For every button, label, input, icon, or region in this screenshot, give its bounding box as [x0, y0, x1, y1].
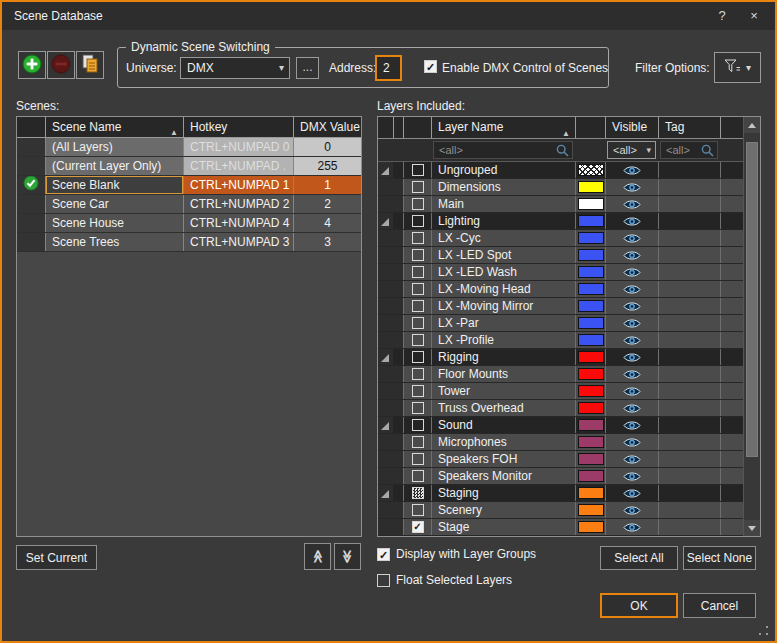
layer-tag-cell[interactable] — [658, 230, 720, 246]
scene-name-cell[interactable]: Scene Trees — [45, 233, 183, 251]
layer-checkbox[interactable]: ✓ — [412, 521, 424, 533]
visible-eye-icon[interactable] — [606, 366, 658, 380]
layer-row[interactable]: Staging — [378, 485, 743, 502]
layer-checkbox[interactable] — [412, 351, 424, 363]
visible-eye-icon[interactable] — [606, 196, 658, 210]
layer-tag-cell[interactable] — [658, 349, 720, 365]
layer-color-swatch[interactable] — [578, 351, 604, 363]
scene-hotkey-cell[interactable]: CTRL+NUMPAD . — [183, 157, 293, 175]
tree-expand-icon[interactable] — [381, 422, 389, 430]
layer-color-cell[interactable] — [575, 247, 605, 263]
layer-color-swatch[interactable] — [578, 300, 604, 312]
resize-grip[interactable] — [759, 626, 768, 635]
layer-visible-cell[interactable] — [605, 383, 658, 399]
layer-checkbox-cell[interactable] — [403, 502, 431, 518]
layer-name-cell[interactable]: Tower — [431, 383, 575, 399]
add-scene-button[interactable] — [18, 51, 46, 79]
layers-header-visible[interactable]: Visible — [605, 117, 658, 138]
move-up-button[interactable]: ≫ — [304, 543, 331, 570]
layer-checkbox[interactable] — [412, 215, 424, 227]
layer-checkbox-cell[interactable] — [403, 298, 431, 314]
layer-tag-cell[interactable] — [658, 213, 720, 229]
layer-checkbox[interactable] — [412, 419, 424, 431]
layer-row[interactable]: LX -Par — [378, 315, 743, 332]
layer-tag-cell[interactable] — [658, 264, 720, 280]
expand-cell[interactable] — [378, 162, 393, 178]
layer-checkbox[interactable] — [412, 164, 424, 176]
layer-name-cell[interactable]: Truss Overhead — [431, 400, 575, 416]
scene-hotkey-cell[interactable]: CTRL+NUMPAD 4 — [183, 214, 293, 232]
scene-hotkey-cell[interactable]: CTRL+NUMPAD 2 — [183, 195, 293, 213]
layer-color-cell[interactable] — [575, 196, 605, 212]
layer-visible-cell[interactable] — [605, 502, 658, 518]
visible-eye-icon[interactable] — [606, 179, 658, 193]
layer-checkbox-cell[interactable] — [403, 349, 431, 365]
layer-tag-cell[interactable] — [658, 196, 720, 212]
layer-color-cell[interactable] — [575, 519, 605, 535]
layer-name-cell[interactable]: Sound — [431, 417, 575, 433]
visible-eye-icon[interactable] — [606, 162, 658, 176]
layer-tag-cell[interactable] — [658, 383, 720, 399]
layer-tag-cell[interactable] — [658, 332, 720, 348]
layer-color-swatch[interactable] — [578, 368, 604, 380]
layer-color-swatch[interactable] — [578, 164, 604, 176]
duplicate-scene-button[interactable] — [76, 51, 104, 79]
layer-color-cell[interactable] — [575, 213, 605, 229]
layer-color-cell[interactable] — [575, 366, 605, 382]
layer-checkbox-cell[interactable] — [403, 281, 431, 297]
select-all-button[interactable]: Select All — [600, 546, 678, 570]
layer-checkbox-cell[interactable] — [403, 468, 431, 484]
layers-header-tag[interactable]: Tag — [658, 117, 720, 138]
layer-checkbox-cell[interactable]: ✓ — [403, 519, 431, 535]
layer-color-swatch[interactable] — [578, 198, 604, 210]
layer-checkbox-cell[interactable] — [403, 434, 431, 450]
scene-dmx-cell[interactable]: 0 — [293, 138, 361, 156]
layer-row[interactable]: LX -LED Spot — [378, 247, 743, 264]
scene-name-cell[interactable]: Scene Blank — [45, 176, 183, 194]
layer-checkbox-cell[interactable] — [403, 162, 431, 178]
tree-expand-icon[interactable] — [381, 490, 389, 498]
layer-checkbox[interactable] — [412, 181, 424, 193]
layer-visible-cell[interactable] — [605, 485, 658, 501]
layer-color-swatch[interactable] — [578, 504, 604, 516]
layer-row[interactable]: Ungrouped — [378, 162, 743, 179]
layer-visible-cell[interactable] — [605, 264, 658, 280]
layer-checkbox[interactable] — [412, 334, 424, 346]
visible-eye-icon[interactable] — [606, 332, 658, 346]
layer-checkbox-cell[interactable] — [403, 315, 431, 331]
layer-tag-cell[interactable] — [658, 315, 720, 331]
tree-expand-icon[interactable] — [381, 167, 389, 175]
layer-visible-cell[interactable] — [605, 162, 658, 178]
layer-tag-cell[interactable] — [658, 400, 720, 416]
layer-color-cell[interactable] — [575, 451, 605, 467]
layer-visible-cell[interactable] — [605, 417, 658, 433]
layer-visible-cell[interactable] — [605, 451, 658, 467]
layer-color-swatch[interactable] — [578, 266, 604, 278]
scene-name-cell[interactable]: Scene House — [45, 214, 183, 232]
layer-visible-cell[interactable] — [605, 468, 658, 484]
visible-eye-icon[interactable] — [606, 485, 658, 499]
layer-checkbox[interactable] — [412, 232, 424, 244]
layer-color-swatch[interactable] — [578, 215, 604, 227]
layer-checkbox-cell[interactable] — [403, 485, 431, 501]
layer-name-cell[interactable]: LX -LED Wash — [431, 264, 575, 280]
layer-name-cell[interactable]: Staging — [431, 485, 575, 501]
float-selected-layers-checkbox[interactable] — [377, 574, 390, 587]
layer-color-swatch[interactable] — [578, 402, 604, 414]
layer-visible-cell[interactable] — [605, 196, 658, 212]
scene-hotkey-cell[interactable]: CTRL+NUMPAD 1 — [183, 176, 293, 194]
layer-color-swatch[interactable] — [578, 181, 604, 193]
layer-name-cell[interactable]: Floor Mounts — [431, 366, 575, 382]
scroll-up-button[interactable] — [744, 117, 760, 133]
layer-color-cell[interactable] — [575, 281, 605, 297]
layer-checkbox[interactable] — [412, 402, 424, 414]
tag-filter-input[interactable]: <all> — [660, 141, 718, 159]
enable-dmx-checkbox[interactable]: ✓ — [424, 60, 437, 73]
layer-checkbox[interactable] — [412, 453, 424, 465]
scene-hotkey-cell[interactable]: CTRL+NUMPAD 3 — [183, 233, 293, 251]
layer-checkbox[interactable] — [412, 266, 424, 278]
layer-color-cell[interactable] — [575, 230, 605, 246]
visible-eye-icon[interactable] — [606, 298, 658, 312]
layer-checkbox-cell[interactable] — [403, 417, 431, 433]
expand-cell[interactable] — [378, 213, 393, 229]
